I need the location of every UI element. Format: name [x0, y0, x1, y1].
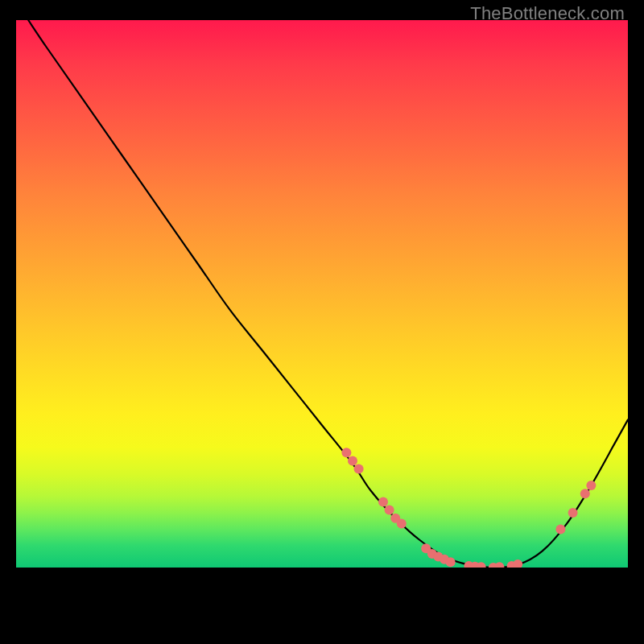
curve-marker: [446, 557, 456, 567]
chart-frame: [16, 20, 628, 632]
curve-markers: [341, 448, 596, 568]
curve-marker: [568, 508, 578, 518]
curve-marker: [513, 559, 522, 568]
curve-marker: [348, 456, 357, 465]
curve-marker: [378, 497, 388, 506]
chart-bottom-mask: [16, 568, 628, 632]
curve-marker: [580, 489, 590, 498]
curve-marker: [341, 448, 351, 457]
chart-svg: [16, 20, 628, 568]
curve-marker: [397, 519, 407, 529]
curve-marker: [354, 464, 364, 474]
curve-marker: [555, 524, 565, 534]
bottleneck-curve: [28, 20, 628, 568]
curve-marker: [385, 506, 394, 515]
curve-marker: [586, 481, 596, 490]
curve-marker: [494, 562, 504, 568]
